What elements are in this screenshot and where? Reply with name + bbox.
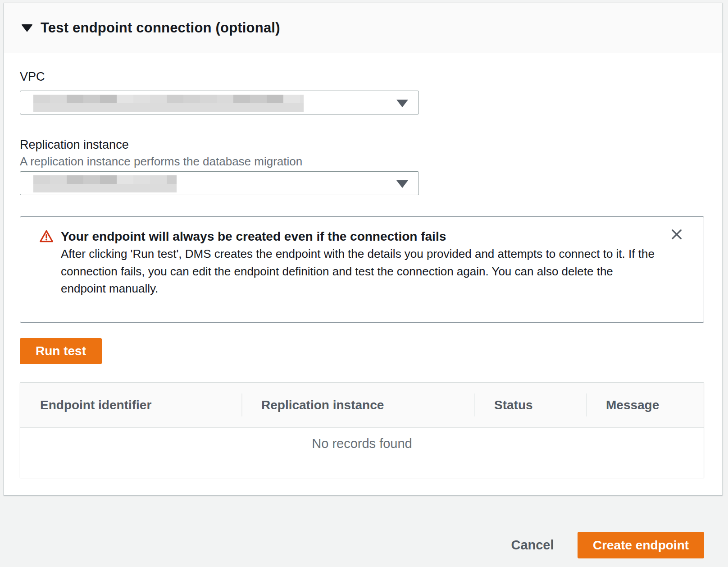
test-endpoint-connection-panel: Test endpoint connection (optional) VPC … [4, 3, 723, 495]
cancel-button[interactable]: Cancel [508, 535, 557, 555]
column-header-status: Status [474, 383, 586, 427]
vpc-select[interactable] [20, 91, 419, 114]
collapse-caret-icon [21, 24, 33, 32]
alert-close-button[interactable] [668, 226, 686, 244]
vpc-redacted-value [33, 95, 304, 112]
section-title: Test endpoint connection (optional) [41, 20, 280, 36]
replication-instance-label: Replication instance [20, 138, 129, 152]
results-table: Endpoint identifier Replication instance… [20, 382, 704, 478]
warning-alert: Your endpoint will always be created eve… [20, 216, 704, 323]
column-header-replication-instance: Replication instance [241, 383, 474, 427]
column-header-message: Message [586, 383, 704, 427]
alert-body: After clicking 'Run test', DMS creates t… [61, 245, 660, 297]
dropdown-caret-icon [396, 100, 408, 107]
dropdown-caret-icon [396, 180, 408, 188]
alert-title: Your endpoint will always be created eve… [61, 228, 646, 245]
replication-instance-description: A replication instance performs the data… [20, 155, 302, 169]
warning-icon [39, 229, 54, 245]
empty-state-message: No records found [20, 428, 704, 478]
close-icon [670, 228, 683, 242]
replication-instance-redacted-value [33, 175, 177, 192]
section-header[interactable]: Test endpoint connection (optional) [4, 3, 722, 53]
column-header-endpoint-identifier: Endpoint identifier [20, 383, 241, 427]
vpc-label: VPC [20, 70, 45, 84]
replication-instance-select[interactable] [20, 171, 419, 195]
table-header-row: Endpoint identifier Replication instance… [20, 383, 704, 428]
create-endpoint-button[interactable]: Create endpoint [578, 532, 704, 558]
run-test-button[interactable]: Run test [20, 338, 102, 364]
